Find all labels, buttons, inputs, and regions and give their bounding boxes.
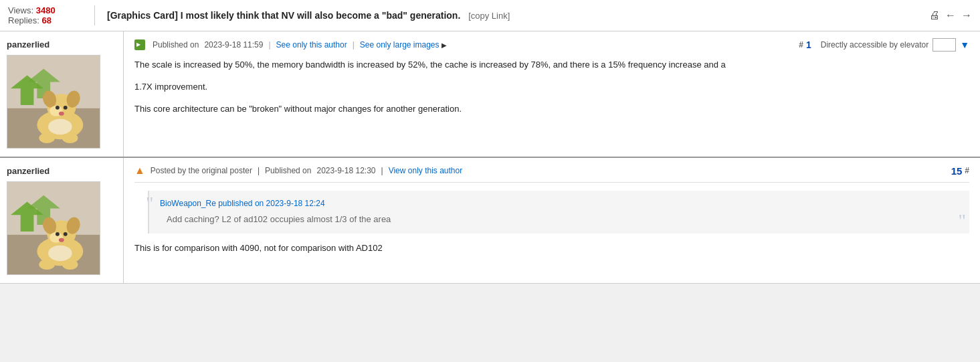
see-only-large-images-link[interactable]: See only large images ▶: [360, 40, 447, 50]
post-2-number-badge: 15 #: [951, 165, 969, 177]
thread-title: [Graphics Card] I most likely think that…: [100, 10, 924, 21]
page-wrapper: Views: 3480 Replies: 68 [Graphics Card] …: [0, 0, 980, 284]
op-icon: ▲: [134, 165, 145, 177]
quote-text: Add caching? L2 of ad102 occupies almost…: [160, 214, 397, 224]
forward-icon[interactable]: →: [961, 9, 972, 21]
post-2-avatar: [7, 181, 100, 275]
post-1-sidebar: panzerlied: [0, 31, 124, 157]
replies-label: Replies: 68: [8, 15, 88, 25]
svg-point-10: [64, 106, 68, 110]
svg-point-26: [59, 238, 64, 242]
post-1-body: The scale is increased by 50%, the memor…: [134, 58, 969, 116]
views-label: Views: 3480: [8, 5, 88, 15]
post-2-body-text: This is for comparison with 4090, not fo…: [134, 242, 969, 256]
elevator-section: Directly accessible by elevator ▼: [821, 38, 969, 52]
see-only-author-link[interactable]: See only this author: [276, 40, 347, 50]
view-only-author-link[interactable]: View only this author: [389, 166, 463, 175]
post-1-number-badge: # 1 Directly accessible by elevator ▼: [799, 38, 969, 52]
post-2-author: panzerlied: [7, 166, 50, 176]
back-icon[interactable]: ←: [945, 9, 956, 21]
post-2: panzerlied: [0, 158, 980, 284]
quote-open-mark: ": [146, 194, 153, 213]
elevator-input[interactable]: [933, 38, 956, 52]
svg-point-28: [62, 259, 78, 270]
quote-close-mark: ": [959, 211, 966, 230]
elevator-down-button[interactable]: ▼: [960, 39, 969, 50]
post-1-date: 2023-9-18 11:59: [204, 40, 263, 50]
post-1: panzerlied: [0, 31, 980, 158]
replies-count: 68: [42, 15, 52, 25]
post-1-content: Published on 2023-9-18 11:59 | See only …: [124, 31, 980, 157]
quote-source-link[interactable]: BioWeapon_Re published on 2023-9-18 12:2…: [160, 197, 959, 210]
title-bar: Views: 3480 Replies: 68 [Graphics Card] …: [0, 0, 980, 31]
post-2-sidebar: panzerlied: [0, 158, 124, 283]
svg-point-29: [48, 246, 72, 262]
svg-point-13: [62, 132, 78, 143]
post-1-body-line2: 1.7X improvement.: [134, 80, 969, 94]
publish-icon: [134, 39, 145, 50]
post-2-meta: ▲ Posted by the original poster | Publis…: [134, 165, 969, 183]
post-1-body-line1: The scale is increased by 50%, the memor…: [134, 58, 969, 72]
post-2-body: " BioWeapon_Re published on 2023-9-18 12…: [134, 191, 969, 256]
large-images-arrow: ▶: [442, 41, 447, 49]
thread-stats: Views: 3480 Replies: 68: [8, 5, 95, 25]
svg-point-12: [39, 132, 55, 143]
svg-point-9: [56, 106, 60, 110]
post-2-content: ▲ Posted by the original poster | Publis…: [124, 158, 980, 283]
copy-link[interactable]: [copy Link]: [468, 11, 510, 21]
svg-point-14: [48, 119, 72, 135]
post-2-date: 2023-9-18 12:30: [316, 166, 375, 175]
svg-point-27: [39, 259, 55, 270]
svg-point-11: [59, 112, 64, 116]
post-1-meta: Published on 2023-9-18 11:59 | See only …: [134, 38, 969, 52]
quote-block: " BioWeapon_Re published on 2023-9-18 12…: [148, 191, 969, 234]
nav-icons: 🖨 ← →: [929, 9, 972, 21]
post-1-avatar: [7, 55, 100, 149]
print-icon[interactable]: 🖨: [929, 9, 940, 21]
svg-point-25: [64, 232, 68, 236]
post-1-body-line3: This core architecture can be "broken" w…: [134, 102, 969, 116]
svg-point-24: [56, 232, 60, 236]
views-count: 3480: [36, 5, 56, 15]
post-1-author: panzerlied: [7, 39, 50, 50]
